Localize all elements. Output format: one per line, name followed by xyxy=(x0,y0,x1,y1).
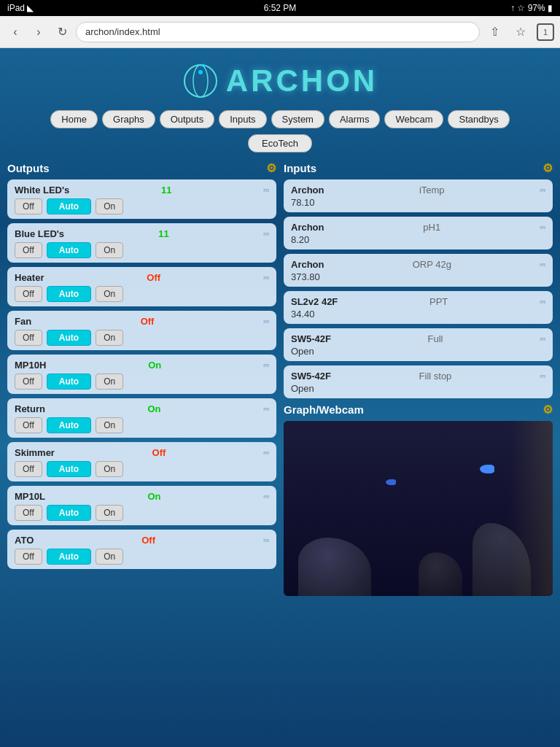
off-btn-mp10h[interactable]: Off xyxy=(15,374,42,390)
nav-alarms[interactable]: Alarms xyxy=(329,110,380,128)
output-name-return: Return xyxy=(15,403,45,414)
nav-system[interactable]: System xyxy=(271,110,324,128)
auto-btn-blue-leds[interactable]: Auto xyxy=(47,242,91,258)
auto-btn-return[interactable]: Auto xyxy=(47,417,91,433)
graph-header: Graph/Webcam ⚙ xyxy=(284,403,553,417)
on-btn-return[interactable]: On xyxy=(96,417,123,433)
auto-btn-fan[interactable]: Auto xyxy=(47,330,91,346)
controls-white-leds: Off Auto On xyxy=(15,198,269,214)
auto-btn-mp10h[interactable]: Auto xyxy=(47,374,91,390)
auto-btn-ato[interactable]: Auto xyxy=(47,549,91,565)
input-name-ppt: PPT xyxy=(429,296,448,307)
auto-btn-heater[interactable]: Auto xyxy=(47,286,91,302)
auto-btn-skimmer[interactable]: Auto xyxy=(47,461,91,477)
auto-btn-white-leds[interactable]: Auto xyxy=(47,198,91,214)
input-card-orp: Archon ORP 42g ⎓ 373.80 xyxy=(284,254,553,287)
nav-graphs[interactable]: Graphs xyxy=(102,110,155,128)
output-card-white-leds: White LED's 11 ⎓ Off Auto On xyxy=(7,179,276,219)
on-btn-mp10h[interactable]: On xyxy=(96,374,123,390)
graph-gear-icon[interactable]: ⚙ xyxy=(542,403,553,417)
input-value-itemp: 78.10 xyxy=(291,197,545,208)
nav-home[interactable]: Home xyxy=(50,110,98,128)
on-btn-ato[interactable]: On xyxy=(96,549,123,565)
share-button[interactable]: ⇧ xyxy=(484,22,505,42)
tuning-icon-ato[interactable]: ⎓ xyxy=(263,534,269,546)
input-source-ph1: Archon xyxy=(291,222,324,233)
on-btn-heater[interactable]: On xyxy=(96,286,123,302)
tab-count[interactable]: 1 xyxy=(537,23,554,41)
controls-return: Off Auto On xyxy=(15,417,269,433)
on-btn-mp10l[interactable]: On xyxy=(96,505,123,521)
off-btn-mp10l[interactable]: Off xyxy=(15,505,42,521)
bookmark-button[interactable]: ☆ xyxy=(510,22,531,42)
on-btn-skimmer[interactable]: On xyxy=(96,461,123,477)
nav-ecotech[interactable]: EcoTech xyxy=(248,134,312,152)
off-btn-ato[interactable]: Off xyxy=(15,549,42,565)
input-source-itemp: Archon xyxy=(291,185,324,196)
back-button[interactable]: ‹ xyxy=(6,23,25,42)
nav-standbys[interactable]: Standbys xyxy=(448,110,509,128)
input-card-ppt: SL2v2 42F PPT ⎓ 34.40 xyxy=(284,291,553,324)
tuning-icon-orp[interactable]: ⎓ xyxy=(540,258,545,270)
output-card-heater: Heater Off ⎓ Off Auto On xyxy=(7,267,276,306)
input-card-full: SW5-42F Full ⎓ Open xyxy=(284,328,553,361)
controls-mp10h: Off Auto On xyxy=(15,374,269,390)
auto-btn-mp10l[interactable]: Auto xyxy=(47,505,91,521)
off-btn-heater[interactable]: Off xyxy=(15,286,42,302)
tuning-icon-itemp[interactable]: ⎓ xyxy=(540,184,545,196)
page-content: ARCHON Home Graphs Outputs Inputs System… xyxy=(0,48,560,603)
tuning-icon-mp10h[interactable]: ⎓ xyxy=(263,359,269,371)
tuning-icon-skimmer[interactable]: ⎓ xyxy=(263,446,269,458)
on-btn-fan[interactable]: On xyxy=(96,330,123,346)
input-card-itemp: Archon iTemp ⎓ 78.10 xyxy=(284,179,553,212)
graph-title: Graph/Webcam xyxy=(284,403,364,416)
address-bar[interactable]: archon/index.html xyxy=(76,22,480,42)
off-btn-white-leds[interactable]: Off xyxy=(15,198,42,214)
on-btn-blue-leds[interactable]: On xyxy=(96,242,123,258)
controls-blue-leds: Off Auto On xyxy=(15,242,269,258)
status-right: ↑ ☆ 97% ▮ xyxy=(510,3,553,13)
logo-area: ARCHON xyxy=(7,55,553,110)
output-status-mp10h: On xyxy=(148,360,161,371)
on-btn-white-leds[interactable]: On xyxy=(96,198,123,214)
tuning-icon-blue-leds[interactable]: ⎓ xyxy=(263,228,269,239)
main-layout: Outputs ⚙ White LED's 11 ⎓ Off Auto On xyxy=(7,161,553,596)
reload-button[interactable]: ↻ xyxy=(52,23,71,42)
output-status-heater: Off xyxy=(147,272,160,283)
output-name-white-leds: White LED's xyxy=(15,185,69,196)
nav-inputs[interactable]: Inputs xyxy=(219,110,266,128)
tuning-icon-fan[interactable]: ⎓ xyxy=(263,315,269,327)
nav-sub: EcoTech xyxy=(7,134,553,152)
input-name-full: Full xyxy=(427,333,443,344)
tuning-icon-ppt[interactable]: ⎓ xyxy=(540,295,545,307)
input-value-orp: 373.80 xyxy=(291,271,545,282)
input-value-full: Open xyxy=(291,346,545,357)
tuning-icon-white-leds[interactable]: ⎓ xyxy=(263,184,269,196)
forward-button[interactable]: › xyxy=(29,23,48,42)
panel-right: Inputs ⚙ Archon iTemp ⎓ 78.10 Archon pH1… xyxy=(284,161,553,596)
tuning-icon-return[interactable]: ⎓ xyxy=(263,403,269,414)
tuning-icon-fillstop[interactable]: ⎓ xyxy=(540,370,545,382)
output-card-blue-leds: Blue LED's 11 ⎓ Off Auto On xyxy=(7,223,276,263)
off-btn-blue-leds[interactable]: Off xyxy=(15,242,42,258)
off-btn-skimmer[interactable]: Off xyxy=(15,461,42,477)
nav-webcam[interactable]: Webcam xyxy=(384,110,443,128)
outputs-title: Outputs xyxy=(7,162,50,174)
panel-left: Outputs ⚙ White LED's 11 ⎓ Off Auto On xyxy=(7,161,276,596)
input-value-ph1: 8.20 xyxy=(291,234,545,245)
nav-outputs[interactable]: Outputs xyxy=(160,110,215,128)
browser-actions: ⇧ ☆ 1 xyxy=(484,22,554,42)
tuning-icon-heater[interactable]: ⎓ xyxy=(263,271,269,283)
outputs-gear-icon[interactable]: ⚙ xyxy=(266,161,276,175)
browser-chrome: ‹ › ↻ archon/index.html ⇧ ☆ 1 xyxy=(0,16,560,48)
tuning-icon-full[interactable]: ⎓ xyxy=(540,333,545,344)
off-btn-return[interactable]: Off xyxy=(15,417,42,433)
input-name-orp: ORP 42g xyxy=(413,259,451,270)
inputs-gear-icon[interactable]: ⚙ xyxy=(542,161,553,175)
off-btn-fan[interactable]: Off xyxy=(15,330,42,346)
tuning-icon-mp10l[interactable]: ⎓ xyxy=(263,490,269,502)
tuning-icon-ph1[interactable]: ⎓ xyxy=(540,221,545,233)
output-name-blue-leds: Blue LED's xyxy=(15,228,64,239)
webcam-scene xyxy=(284,421,553,596)
svg-point-2 xyxy=(198,70,203,74)
